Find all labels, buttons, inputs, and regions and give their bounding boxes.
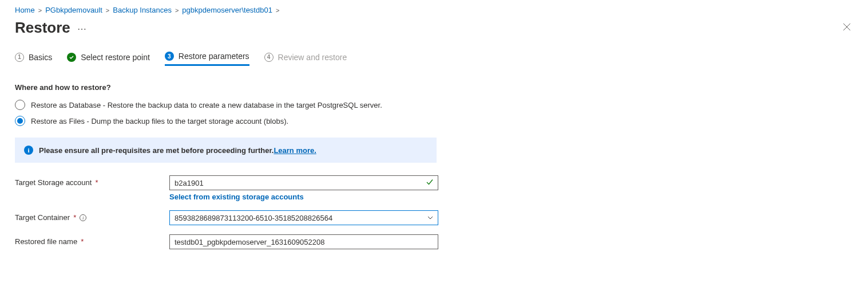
restored-filename-input[interactable] xyxy=(169,234,438,249)
check-icon xyxy=(67,53,76,62)
radio-label: Restore as Database - Restore the backup… xyxy=(31,101,382,109)
page-title: Restore xyxy=(15,19,70,37)
breadcrumb-sep: > xyxy=(106,7,109,14)
row-target-container: Target Container * i 8593828689873113200… xyxy=(15,210,857,225)
breadcrumb-home[interactable]: Home xyxy=(15,6,35,14)
select-existing-storage-link[interactable]: Select from existing storage accounts xyxy=(169,193,304,201)
tab-label: Select restore point xyxy=(81,53,150,62)
more-menu-icon[interactable]: ⋯ xyxy=(77,21,87,34)
info-banner: i Please ensure all pre-requisites are m… xyxy=(15,138,437,163)
required-mark: * xyxy=(73,213,76,222)
tab-basics[interactable]: 1 Basics xyxy=(15,52,52,66)
tab-label: Basics xyxy=(29,53,52,62)
radio-icon xyxy=(15,100,25,110)
radio-restore-database[interactable]: Restore as Database - Restore the backup… xyxy=(15,100,857,110)
breadcrumb-instances[interactable]: Backup Instances xyxy=(113,6,172,14)
label-storage-account: Target Storage account xyxy=(15,178,92,187)
select-display: 8593828689873113200-6510-35185208826564 xyxy=(169,210,438,225)
step-number-icon: 3 xyxy=(165,52,174,61)
header: Restore ⋯ xyxy=(15,19,857,37)
learn-more-link[interactable]: Learn more. xyxy=(274,146,316,155)
breadcrumb-vault[interactable]: PGbkpdemovault xyxy=(45,6,102,14)
tab-restore-point[interactable]: Select restore point xyxy=(67,52,150,66)
breadcrumb-sep: > xyxy=(175,7,179,14)
breadcrumb-sep: > xyxy=(276,7,279,14)
required-mark: * xyxy=(95,178,98,187)
tab-label: Restore parameters xyxy=(179,52,249,61)
storage-account-input[interactable] xyxy=(169,175,438,190)
step-number-icon: 1 xyxy=(15,53,24,62)
required-mark: * xyxy=(81,237,84,246)
info-tooltip-icon[interactable]: i xyxy=(80,214,86,221)
wizard-tabs: 1 Basics Select restore point 3 Restore … xyxy=(15,52,857,66)
row-storage-account: Target Storage account * Select from exi… xyxy=(15,175,857,201)
step-number-icon: 4 xyxy=(264,53,274,62)
radio-icon xyxy=(15,116,25,126)
radio-label: Restore as Files - Dump the backup files… xyxy=(31,117,288,125)
radio-restore-files[interactable]: Restore as Files - Dump the backup files… xyxy=(15,116,857,126)
tab-label: Review and restore xyxy=(278,53,347,62)
close-icon[interactable] xyxy=(843,22,857,34)
label-restored-filename: Restored file name xyxy=(15,237,77,246)
breadcrumb-db[interactable]: pgbkpdemoserver\testdb01 xyxy=(182,6,272,14)
breadcrumb-sep: > xyxy=(38,7,42,14)
target-container-select[interactable]: 8593828689873113200-6510-35185208826564 xyxy=(169,210,438,225)
label-target-container: Target Container xyxy=(15,213,70,222)
row-restored-filename: Restored file name * xyxy=(15,234,857,249)
tab-restore-params[interactable]: 3 Restore parameters xyxy=(165,52,249,66)
info-message: Please ensure all pre-requisites are met… xyxy=(39,146,274,155)
info-icon: i xyxy=(24,146,33,155)
breadcrumb: Home > PGbkpdemovault > Backup Instances… xyxy=(15,6,857,14)
tab-review: 4 Review and restore xyxy=(264,52,347,66)
section-heading: Where and how to restore? xyxy=(15,83,857,92)
